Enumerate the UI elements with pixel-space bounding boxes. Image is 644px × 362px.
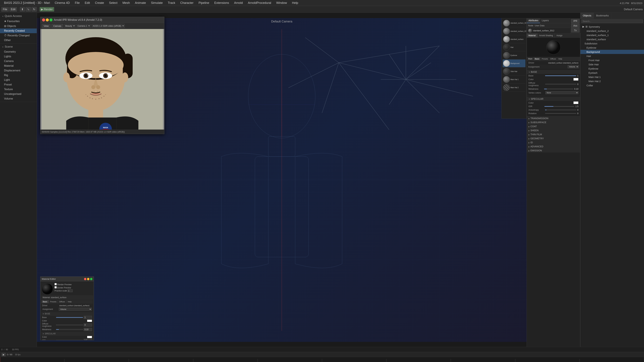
menu-item-track[interactable]: Track: [165, 0, 178, 5]
mat-float-tab-basic[interactable]: Basic: [42, 300, 49, 303]
mat-float-panel[interactable]: Material Editor Render Pre: [40, 277, 94, 340]
mat-float-min[interactable]: [87, 278, 90, 280]
swatch-background-active[interactable]: Background: [502, 59, 526, 67]
mat-float-tab-help[interactable]: Help: [66, 300, 73, 303]
attr-vertex-colors-select[interactable]: None: [546, 91, 578, 94]
menu-item-extensions[interactable]: Extensions: [212, 0, 232, 5]
attr-node-tab[interactable]: Node: [528, 24, 533, 27]
attr-help-tab[interactable]: Help: [557, 57, 563, 60]
mat-spec-swatch[interactable]: [87, 336, 92, 338]
mat-float-max[interactable]: [90, 278, 92, 280]
toolbar-scale-btn[interactable]: ⤡: [26, 7, 31, 11]
shader-tab-assign[interactable]: Assign: [555, 33, 564, 37]
sidebar-item-preset[interactable]: Preset: [0, 82, 37, 87]
swatch-standard[interactable]: standard_surface: [502, 35, 526, 43]
mat-diffrough-input[interactable]: [84, 324, 92, 327]
attr-presets-tab[interactable]: Presets: [541, 57, 549, 60]
sidebar-item-volume[interactable]: Volume: [0, 96, 37, 101]
swatch-hair[interactable]: Hair: [502, 43, 526, 51]
ass-btn[interactable]: Ass: [571, 23, 580, 28]
outliner-search-input[interactable]: [582, 19, 643, 23]
attr-coat-header[interactable]: COAT: [527, 124, 580, 128]
attr-anisotropy-slider[interactable]: [545, 110, 576, 110]
ipr-canvas-btn[interactable]: Canvas: [52, 24, 63, 28]
menu-item-window[interactable]: Window: [274, 0, 289, 5]
sidebar-item-recently-changed[interactable]: ⏱ Recently Changed: [0, 33, 37, 38]
attr-userdata-tab[interactable]: User Data: [535, 24, 544, 27]
attr-subsurface-header[interactable]: SUBSURFACE: [527, 120, 580, 124]
mat-base-header[interactable]: BASE: [42, 312, 93, 316]
toolbar-rotate-btn[interactable]: ↻: [32, 7, 37, 11]
swatch-standard-33[interactable]: standard_surface_33: [502, 19, 526, 27]
attr-diffuse-tab[interactable]: Diffuse: [549, 57, 557, 60]
attr-tab-attributes[interactable]: Attributes: [527, 18, 540, 23]
mat-diffrough-slider[interactable]: [56, 325, 83, 326]
toolbar-file-btn[interactable]: File: [1, 7, 9, 11]
ipr-camera-select[interactable]: Camera 1: [76, 24, 90, 28]
toolbar-edit-btn[interactable]: Edit: [10, 7, 17, 11]
mat-metalness-slider[interactable]: [56, 329, 83, 330]
toolbar-move-btn[interactable]: ⬆: [20, 7, 25, 11]
scene-header[interactable]: Scene: [0, 44, 37, 49]
sidebar-item-material[interactable]: Material: [0, 63, 37, 68]
attr-tab-layers[interactable]: Layers: [540, 18, 550, 23]
mat-ior-input[interactable]: [84, 339, 92, 340]
attr-transmission-header[interactable]: TRANSMISSION: [527, 116, 580, 120]
toolbar-render-btn[interactable]: ▶ Render: [40, 7, 54, 11]
quick-access-header[interactable]: Quick Access: [0, 13, 37, 19]
attr-rotation-slider[interactable]: [545, 113, 576, 114]
swatch-side-hair[interactable]: Side Hair: [502, 67, 526, 75]
attr-id-header[interactable]: ID: [527, 140, 580, 144]
ipr-colorspace-select[interactable]: ACES 1.0 SDR-video (sRGB): [92, 24, 124, 28]
timeline-content[interactable]: [0, 357, 644, 362]
outliner-item-background[interactable]: Background: [580, 50, 644, 54]
mat-ior-slider[interactable]: [56, 340, 83, 340]
ipr-window[interactable]: Arnold IPR Window v4.9.4 (Arnold 7.2.0) …: [40, 17, 164, 134]
sidebar-item-other[interactable]: Other: [0, 38, 37, 42]
attr-base-header[interactable]: BASE: [527, 70, 580, 74]
outliner-item-mainhat2[interactable]: Main Hat 2: [580, 79, 644, 83]
ipr-min-btn[interactable]: [46, 18, 49, 21]
mat-base-slider[interactable]: [56, 317, 83, 318]
attr-specular-header[interactable]: SPECULAR: [527, 97, 580, 101]
menu-item-arnold[interactable]: Arnold: [232, 0, 245, 5]
ipr-render-btn[interactable]: IPR: [571, 19, 580, 23]
menu-item-mesh[interactable]: Mesh: [120, 0, 132, 5]
render-preview-check[interactable]: [54, 283, 57, 285]
menu-cinema4d[interactable]: BASS 2023.2 [Untitled] - 3D - Mari: [2, 0, 52, 5]
tab-objects[interactable]: Objects: [580, 13, 594, 18]
swatch-main-hat2[interactable]: Main Hat 2: [502, 84, 526, 91]
swatch-standard-22[interactable]: standard_surface_22: [502, 27, 526, 35]
mat-metalness-input[interactable]: [84, 328, 92, 331]
menu-item-simulate[interactable]: Simulate: [148, 0, 165, 5]
attr-color-swatch[interactable]: [574, 78, 578, 81]
swatch-eyebrow[interactable]: Eyebrow: [502, 51, 526, 59]
menu-item-animate[interactable]: Animate: [132, 0, 148, 5]
outliner-item-mainhat1[interactable]: Main Hat 1: [580, 75, 644, 79]
outliner-item-subdivision[interactable]: Subdivision: [580, 41, 644, 45]
menu-item-pipeline[interactable]: Pipeline: [196, 0, 212, 5]
attr-spec-color-swatch[interactable]: [574, 101, 578, 104]
mat-float-close[interactable]: [84, 278, 86, 280]
mat-base-input[interactable]: [84, 316, 92, 319]
outliner-item-eyebrow2[interactable]: Eyebrow: [580, 66, 644, 71]
outliner-item-hair[interactable]: Hair: [580, 54, 644, 58]
sidebar-item-light[interactable]: Light: [0, 78, 37, 82]
sidebar-item-displacement[interactable]: Displacement: [0, 68, 37, 73]
menu-item-edit[interactable]: Edit: [82, 0, 92, 5]
attr-diffuse-roughness-slider[interactable]: [545, 84, 576, 84]
outliner-item-collar[interactable]: Collar: [580, 83, 644, 87]
sidebar-item-camera[interactable]: Camera: [0, 59, 37, 63]
attr-emission-header[interactable]: EMISSION: [527, 148, 580, 152]
mat-color-swatch[interactable]: [87, 320, 92, 322]
menu-item-character[interactable]: Character: [178, 0, 196, 5]
attr-basic-tab[interactable]: Basic: [534, 57, 540, 60]
tx-btn[interactable]: Tx: [571, 28, 580, 32]
outliner-item-surface2[interactable]: standard_surface_2: [580, 29, 644, 33]
menu-item-select[interactable]: Select: [107, 0, 120, 5]
outliner-item-sideHair[interactable]: Side Hair: [580, 62, 644, 66]
outliner-item-eyebrow[interactable]: Eyebrow: [580, 45, 644, 50]
outliner-item-eyelash[interactable]: Eyelash: [580, 71, 644, 75]
sidebar-item-texture[interactable]: Texture: [0, 87, 37, 92]
sidebar-item-uncategorised[interactable]: Uncategorised: [0, 92, 37, 96]
